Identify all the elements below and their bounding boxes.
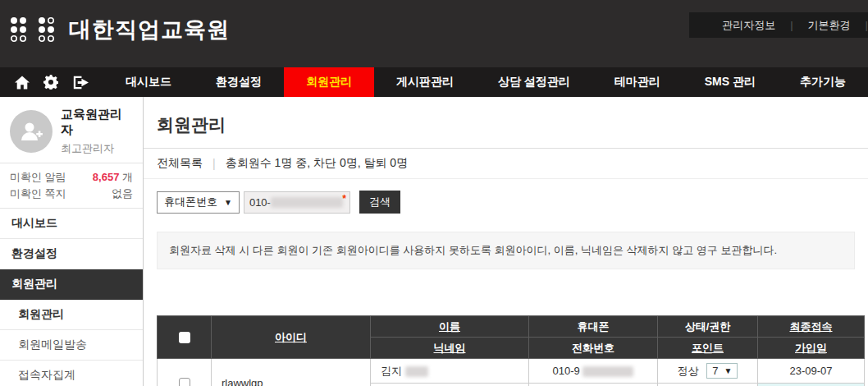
- col-header-nickname: 닉네임: [371, 338, 529, 359]
- topbar-link-basic-env[interactable]: 기본환경: [793, 18, 866, 33]
- col-header-points: 포인트: [658, 338, 758, 359]
- redacted-blur: [582, 366, 633, 377]
- sidebar-item-members[interactable]: 회원관리: [0, 269, 143, 300]
- profile-card: 교육원관리자 최고관리자: [0, 97, 143, 163]
- stat-label: 미확인 알림: [10, 169, 66, 186]
- main-nav: 대시보드 환경설정 회원관리 게시판관리 상담 설정관리 테마관리 SMS 관리…: [0, 67, 868, 97]
- stat-value[interactable]: 8,657: [93, 171, 120, 183]
- nav-tab-members[interactable]: 회원관리: [284, 67, 374, 97]
- brand-name: 대한직업교육원: [69, 15, 230, 44]
- avatar: [10, 110, 53, 153]
- row-checkbox[interactable]: [179, 378, 190, 386]
- cell-member-id[interactable]: rlawwlgp: [212, 359, 371, 386]
- col-header-join-date: 가입일: [758, 338, 865, 359]
- sidebar-menu: 대시보드 환경설정 회원관리 회원관리 회원메일발송 접속자집계 접속자검색: [0, 209, 143, 386]
- level-value: 7: [712, 365, 718, 377]
- profile-stats: 미확인 알림 8,657 개 미확인 쪽지 없음: [0, 163, 143, 209]
- cell-status: 정상 7 ▼: [658, 359, 758, 384]
- search-row: 휴대폰번호 ▼ 010- * 검색: [157, 191, 855, 214]
- member-table: 아이디 이름 휴대폰 상태/권한 최종접속 닉네임 전화번호: [157, 315, 865, 386]
- list-info-left[interactable]: 전체목록: [157, 156, 203, 171]
- notice-box: 회원자료 삭제 시 다른 회원이 기존 회원아이디를 사용하지 못하도록 회원아…: [157, 232, 855, 269]
- sort-link-join-date[interactable]: 가입일: [795, 342, 827, 354]
- sidebar: 교육원관리자 최고관리자 미확인 알림 8,657 개 미확인 쪽지 없음 대시…: [0, 97, 144, 386]
- select-all-checkbox[interactable]: [179, 332, 190, 343]
- col-header-status: 상태/권한: [658, 316, 758, 338]
- redacted-blur: [271, 197, 343, 208]
- topbar-link-admin-info[interactable]: 관리자정보: [707, 18, 790, 33]
- member-name-text: 김지: [381, 365, 402, 377]
- col-header-name: 이름: [371, 316, 529, 338]
- stat-label: 미확인 쪽지: [10, 186, 66, 202]
- sort-link-id[interactable]: 아이디: [275, 331, 307, 343]
- search-button[interactable]: 검색: [359, 191, 400, 214]
- page-title: 회원관리: [144, 97, 868, 148]
- search-field-select[interactable]: 휴대폰번호 ▼: [157, 191, 240, 214]
- topbar-links: 관리자정보 | 기본환경 |: [689, 12, 868, 38]
- sidebar-item-visitor-stats[interactable]: 접속자집계: [0, 361, 143, 386]
- nav-tabs: 대시보드 환경설정 회원관리 게시판관리 상담 설정관리 테마관리 SMS 관리…: [103, 67, 868, 97]
- sort-link-nickname[interactable]: 닉네임: [434, 342, 466, 354]
- cell-last-access: 23-09-07: [758, 359, 865, 384]
- cell-join-date: 22-06-08가입: [758, 384, 865, 386]
- cell-points: 6,008: [658, 384, 758, 386]
- mobile-text: 010-9: [553, 365, 580, 377]
- list-info-bar: 전체목록 | 총회원수 1명 중, 차단 0명, 탈퇴 0명: [144, 148, 868, 179]
- stat-unit: 개: [122, 171, 133, 183]
- stat-value: 없음: [112, 186, 133, 202]
- profile-role: 최고관리자: [61, 141, 133, 156]
- profile-name: 교육원관리자: [61, 107, 133, 138]
- col-header-phone: 전화번호: [529, 338, 658, 359]
- header-checkbox-cell: [158, 316, 212, 359]
- chevron-down-icon: ▼: [724, 366, 732, 375]
- search-query-prefix: 010-: [249, 196, 271, 209]
- nav-tab-counsel-settings[interactable]: 상담 설정관리: [476, 67, 592, 97]
- cell-nickname: 히힝: [371, 384, 529, 386]
- logout-icon[interactable]: [73, 76, 89, 90]
- sidebar-item-member-mail[interactable]: 회원메일발송: [0, 330, 143, 361]
- cell-phone: 0105: [529, 384, 658, 386]
- row-checkbox-cell: [158, 359, 212, 386]
- col-header-last-access: 최종접속: [758, 316, 865, 338]
- brand-logo: 대한직업교육원: [10, 15, 230, 44]
- topbar-divider: |: [866, 19, 868, 31]
- main-content: 회원관리 전체목록 | 총회원수 1명 중, 차단 0명, 탈퇴 0명 휴대폰번…: [144, 97, 868, 386]
- nav-icon-group: [0, 67, 103, 97]
- cell-mobile: 010-9: [529, 359, 658, 384]
- sidebar-item-settings[interactable]: 환경설정: [0, 239, 143, 269]
- nav-tab-dashboard[interactable]: 대시보드: [103, 67, 194, 97]
- list-info-summary: 총회원수 1명 중, 차단 0명, 탈퇴 0명: [226, 156, 408, 171]
- stat-unread-alerts: 미확인 알림 8,657 개: [10, 169, 133, 186]
- gear-icon[interactable]: [43, 75, 58, 90]
- sidebar-item-dashboard[interactable]: 대시보드: [0, 209, 143, 239]
- required-asterisk: *: [342, 193, 346, 204]
- sort-link-points[interactable]: 포인트: [692, 342, 724, 354]
- nav-tab-sms[interactable]: SMS 관리: [683, 67, 778, 97]
- chevron-down-icon: ▼: [224, 198, 232, 207]
- nav-tab-settings[interactable]: 환경설정: [194, 67, 284, 97]
- col-header-id: 아이디: [212, 316, 371, 359]
- sort-link-name[interactable]: 이름: [439, 320, 460, 333]
- stat-unread-messages: 미확인 쪽지 없음: [10, 186, 133, 202]
- status-text: 정상: [678, 365, 699, 377]
- sidebar-item-member-manage[interactable]: 회원관리: [0, 300, 143, 330]
- home-icon[interactable]: [15, 76, 30, 90]
- dot-grid-logo-icon: [10, 16, 61, 44]
- col-header-mobile: 휴대폰: [529, 316, 658, 338]
- nav-tab-boards[interactable]: 게시판관리: [374, 67, 476, 97]
- list-info-divider: |: [212, 157, 216, 170]
- cell-member-name: 김지: [371, 359, 529, 384]
- sort-link-last-access[interactable]: 최종접속: [790, 320, 833, 333]
- redacted-blur: [405, 366, 428, 377]
- top-header: 대한직업교육원 관리자정보 | 기본환경 |: [0, 0, 868, 67]
- search-field-value: 휴대폰번호: [164, 195, 217, 209]
- table-row: rlawwlgp 김지 010-9 정상 7 ▼: [158, 359, 865, 384]
- nav-tab-extras[interactable]: 추가기능: [778, 67, 868, 97]
- nav-tab-theme[interactable]: 테마관리: [592, 67, 683, 97]
- level-select[interactable]: 7 ▼: [706, 363, 738, 379]
- search-input[interactable]: 010- *: [244, 191, 350, 214]
